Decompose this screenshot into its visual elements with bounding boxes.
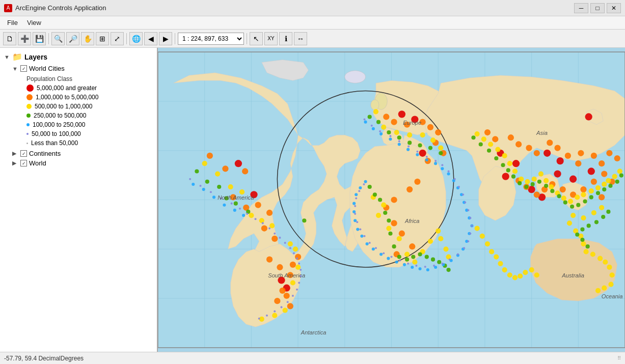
svg-point-364 — [355, 197, 357, 199]
identify-xy-button[interactable]: XY — [264, 32, 278, 45]
svg-point-337 — [454, 178, 456, 180]
window-controls: ─ □ ✕ — [574, 3, 621, 13]
svg-point-227 — [524, 185, 528, 189]
svg-point-339 — [462, 193, 464, 195]
menu-bar: File View — [0, 16, 625, 30]
layer-continents[interactable]: ▶ ✓ Continents — [0, 149, 157, 158]
svg-point-45 — [261, 225, 267, 231]
svg-point-145 — [544, 178, 549, 183]
svg-point-138 — [502, 153, 507, 158]
svg-point-135 — [481, 136, 486, 142]
svg-point-85 — [599, 160, 605, 166]
svg-point-74 — [492, 136, 498, 142]
svg-point-224 — [506, 168, 510, 172]
svg-point-241 — [615, 180, 619, 184]
svg-point-80 — [554, 145, 560, 151]
svg-point-118 — [420, 132, 425, 137]
svg-point-133 — [446, 254, 451, 259]
svg-point-311 — [284, 242, 286, 244]
menu-file[interactable]: File — [3, 18, 22, 27]
svg-point-130 — [436, 229, 441, 234]
svg-point-232 — [557, 194, 561, 198]
svg-point-66 — [406, 186, 413, 192]
svg-point-109 — [295, 265, 301, 270]
svg-point-208 — [388, 232, 392, 236]
back-button[interactable]: ◀ — [144, 32, 157, 45]
pan-button[interactable]: ✋ — [81, 32, 94, 45]
svg-point-184 — [518, 273, 523, 278]
menu-view[interactable]: View — [23, 18, 45, 27]
world-checkbox[interactable]: ✓ — [20, 160, 27, 166]
coordinates-display: -57.79, 59.4 DecimalDegrees — [4, 355, 84, 362]
maximize-button[interactable]: □ — [590, 3, 605, 13]
svg-point-25 — [419, 150, 426, 157]
svg-point-210 — [397, 255, 401, 259]
svg-point-300 — [200, 185, 202, 187]
svg-point-155 — [606, 178, 611, 183]
svg-point-30 — [557, 157, 564, 164]
svg-point-251 — [192, 183, 195, 186]
svg-point-218 — [447, 268, 451, 272]
svg-point-315 — [298, 263, 300, 265]
svg-text:Africa: Africa — [404, 218, 420, 224]
svg-point-82 — [575, 160, 581, 166]
full-extent-button[interactable]: ⊞ — [96, 32, 109, 45]
globe-button[interactable]: 🌐 — [129, 32, 143, 45]
svg-point-203 — [368, 185, 372, 189]
scale-select[interactable]: 1 : 224, 897, 633 — [178, 33, 244, 45]
new-button[interactable]: 🗋 — [3, 32, 16, 45]
legend-item-5m: 5,000,000 and greater — [26, 83, 157, 93]
svg-point-229 — [537, 180, 541, 184]
svg-point-75 — [508, 134, 514, 141]
svg-point-101 — [215, 171, 220, 176]
svg-point-79 — [547, 139, 553, 146]
world-cities-checkbox[interactable]: ✓ — [20, 65, 27, 72]
svg-point-87 — [591, 179, 597, 185]
svg-point-306 — [255, 218, 257, 220]
layer-world[interactable]: ▶ ✓ World — [0, 158, 157, 168]
world-label: World — [29, 159, 46, 167]
svg-point-355 — [390, 256, 392, 258]
svg-point-309 — [274, 233, 276, 235]
add-button[interactable]: ➕ — [18, 32, 31, 45]
measure-button[interactable]: ↔ — [294, 32, 307, 45]
minimize-button[interactable]: ─ — [574, 3, 588, 13]
separator-3 — [175, 33, 175, 44]
map-area[interactable]: North America South America Europe Afric… — [158, 48, 625, 352]
svg-point-165 — [581, 241, 586, 246]
svg-point-38 — [207, 153, 213, 159]
zoom-in-button[interactable]: 🔍 — [51, 32, 65, 45]
svg-text:North America: North America — [218, 195, 254, 201]
legend-label-1m: 1,000,000 to 5,000,000 — [36, 94, 98, 101]
svg-point-331 — [407, 146, 410, 148]
legend-item-100k: 100,000 to 250,000 — [26, 120, 157, 129]
zoom-extent-button[interactable]: ⤢ — [111, 32, 124, 45]
svg-point-17 — [371, 100, 379, 110]
legend-label-100k: 100,000 to 250,000 — [33, 121, 85, 128]
forward-button[interactable]: ▶ — [159, 32, 172, 45]
identify-button[interactable]: ℹ — [279, 32, 292, 45]
svg-point-192 — [234, 202, 238, 206]
legend-dot-lt50k — [26, 143, 28, 144]
close-button[interactable]: ✕ — [607, 3, 621, 13]
svg-point-216 — [437, 260, 441, 264]
svg-point-366 — [363, 183, 365, 185]
save-button[interactable]: 💾 — [33, 32, 46, 45]
separator-4 — [247, 33, 247, 44]
separator-2 — [126, 33, 127, 44]
svg-point-354 — [399, 260, 401, 262]
legend-dot-100k — [26, 123, 30, 126]
svg-point-127 — [412, 260, 417, 265]
svg-point-310 — [279, 237, 281, 239]
select-button[interactable]: ↖ — [250, 32, 263, 45]
zoom-out-button[interactable]: 🔎 — [66, 32, 79, 45]
continents-checkbox[interactable]: ✓ — [20, 150, 27, 157]
svg-point-32 — [569, 176, 577, 183]
layers-header[interactable]: ▼ 📁 Layers — [0, 50, 157, 64]
svg-point-253 — [212, 195, 215, 199]
layer-world-cities[interactable]: ▼ ✓ World Cities — [0, 64, 157, 73]
svg-point-56 — [383, 114, 389, 120]
svg-point-15 — [345, 71, 366, 83]
svg-point-214 — [425, 255, 429, 259]
svg-point-172 — [608, 282, 613, 287]
